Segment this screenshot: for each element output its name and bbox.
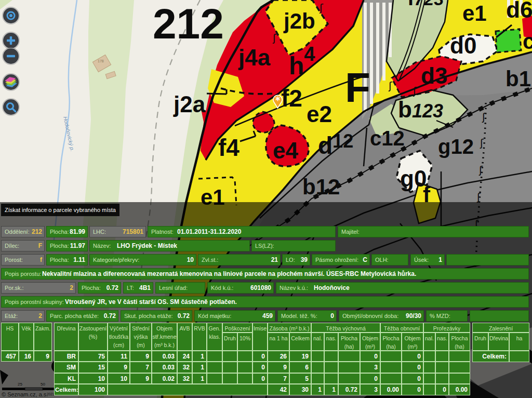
main-table-cell: 11	[108, 351, 130, 362]
main-table-header: Výčetnítloušťka(cm)	[108, 323, 130, 351]
field-plocha: Plocha:0.72	[78, 282, 121, 294]
main-table-cell: SM	[54, 362, 78, 373]
field-label: Porost:	[5, 255, 23, 266]
field-label: Platnost:	[151, 227, 174, 237]
main-table-cell	[338, 351, 360, 362]
field-etáž: Etáž:2	[1, 310, 45, 322]
field-value: 0.72	[178, 311, 190, 322]
field-empty	[446, 254, 529, 266]
field-value: Vtroušený JR, ve V části starší OS. SM č…	[65, 297, 237, 308]
main-table-cell	[338, 373, 360, 384]
main-table-cell: 7	[268, 373, 289, 384]
field-value: 01.01.2011-31.12.2020	[177, 227, 241, 237]
main-table-cell	[311, 373, 324, 384]
field-label: Parc. plocha etáže:	[50, 311, 99, 322]
main-table-cell	[449, 351, 470, 362]
parcel-label: b1	[506, 67, 531, 91]
parcel-label: g12	[438, 135, 474, 158]
main-table-subheader: nal.	[311, 333, 324, 351]
layers-button[interactable]	[3, 74, 19, 90]
svg-text:ʃ: ʃ	[476, 191, 481, 203]
main-table-cell	[237, 373, 252, 384]
field-parcplochaetáže: Parc. plocha etáže:0.72	[46, 310, 118, 322]
main-table-cell	[222, 362, 237, 373]
main-table-cell	[338, 362, 360, 373]
field-majitel: Majitel:	[338, 226, 529, 237]
parcel-label: c12	[370, 127, 405, 150]
field-porost: Porost:f	[1, 254, 45, 266]
field-value: 715801	[123, 227, 143, 237]
main-table-cell: 1	[192, 362, 207, 373]
field-label: Plocha:	[50, 255, 69, 266]
field-empty	[470, 310, 529, 322]
field-modeltěž: Model. těž. %:0	[277, 310, 337, 322]
parcel-label: b123	[398, 97, 443, 122]
zal-table-total-value	[509, 351, 529, 362]
field-kódmajetku: Kód majetku:459	[194, 310, 275, 322]
main-table-total-cell: 0.72	[338, 384, 360, 395]
main-table-cell	[311, 362, 324, 373]
main-table-cell: 0	[360, 373, 380, 384]
main-table-total-cell	[423, 384, 435, 395]
parcel-label: j2b	[283, 9, 315, 33]
main-table-total-cell: 30	[289, 384, 311, 395]
field-value: 81.99	[70, 227, 85, 237]
field-value: 4B1	[139, 283, 151, 294]
field-lt: LT:4B1	[123, 282, 153, 294]
left-table-value: 16	[19, 351, 34, 362]
zoom-in-button[interactable]	[3, 32, 19, 49]
field-platnost: Platnost:01.01.2011-31.12.2020	[148, 226, 336, 237]
search-button[interactable]	[3, 99, 19, 115]
parcel-label: 212	[153, 0, 224, 47]
field-value: 90/30	[406, 311, 421, 322]
field-pásmoohrožení: Pásmo ohrožení:C	[312, 254, 370, 266]
main-table-cell: 32	[177, 373, 192, 384]
parcel-label: d6	[506, 0, 532, 22]
field-value: 2	[38, 311, 42, 322]
main-table-cell: 0.03	[152, 362, 177, 373]
main-table-total-merged	[108, 384, 268, 395]
parcel-label: f723	[407, 0, 444, 9]
locate-button[interactable]	[3, 7, 19, 24]
main-table-total-cell: 0.00	[449, 384, 470, 395]
field-label: LHC:	[93, 227, 106, 237]
main-table-cell: 0	[402, 362, 423, 373]
field-label: Název k.ú.:	[280, 283, 308, 294]
main-table-subheader: nal.	[423, 333, 435, 351]
main-table-cell	[423, 351, 435, 362]
house-label: 178	[98, 59, 104, 63]
main-table-cell: 9	[268, 362, 289, 373]
main-table-cell	[311, 351, 324, 362]
parcel-label: e2	[307, 101, 332, 127]
app-screen: Hodoňovický p. 178	[0, 0, 532, 398]
field-olh: OLH:	[371, 254, 408, 266]
field-lesníúřad: Lesní úřad:	[155, 282, 205, 294]
field-zvlst: Zvl.st.:21	[198, 254, 281, 266]
main-table-cell: 7	[130, 362, 152, 373]
main-table-header: Střednívýška(m)	[130, 323, 152, 351]
field-value: 1.11	[73, 255, 85, 266]
main-table-cell: 75	[78, 351, 108, 362]
main-table-cell: 0	[402, 373, 423, 384]
main-table-cell: 5	[289, 373, 311, 384]
main-table-total-cell: 3	[360, 384, 380, 395]
main-table-cell	[207, 362, 222, 373]
main-table-total-cell: 1	[324, 384, 338, 395]
field-label: Oddělení:	[5, 227, 30, 237]
main-table-cell: 24	[177, 351, 192, 362]
field-label: LO:	[286, 255, 295, 266]
main-table-total-cell: 0	[435, 384, 449, 395]
field-dílec: Dílec:F	[1, 240, 45, 251]
main-table-group-header: Prořezávky	[423, 323, 470, 333]
main-table-total-cell: 1	[311, 384, 324, 395]
main-table-total-cell: 0.00	[380, 384, 402, 395]
main-table-header: Dřevina	[54, 323, 78, 351]
main-table-group-header: Těžba obnovní	[380, 323, 423, 333]
zoom-out-button[interactable]	[3, 48, 19, 64]
field-label: Plocha:	[50, 241, 69, 251]
field-skutplochaetáže: Skut. plocha etáže:0.72	[121, 310, 192, 322]
field-label: % MZD:	[430, 311, 450, 322]
field-úsek: Úsek:1	[410, 254, 445, 266]
main-table-cell: 0	[252, 362, 268, 373]
main-table-cell: 1	[192, 373, 207, 384]
